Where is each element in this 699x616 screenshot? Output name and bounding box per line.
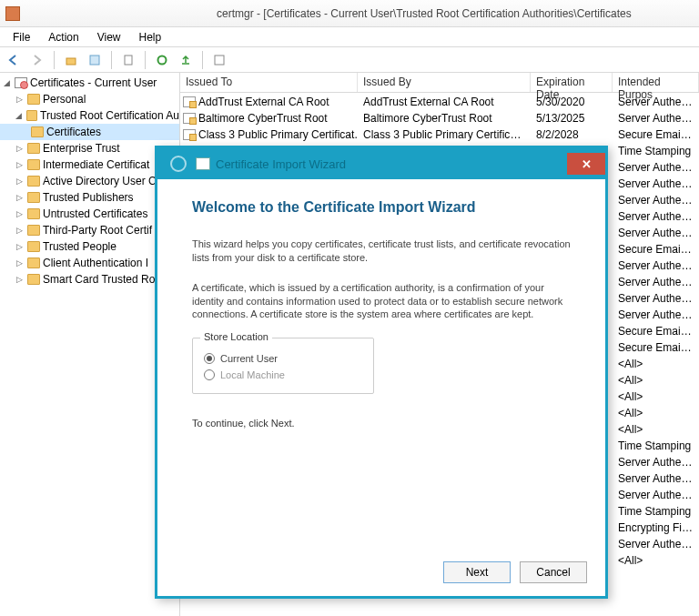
col-purpose[interactable]: Intended Purpos <box>613 73 699 92</box>
tree-item-personal[interactable]: ▷Personal <box>0 91 179 107</box>
svg-rect-4 <box>215 56 224 65</box>
folder-icon <box>27 94 40 105</box>
window-titlebar: certmgr - [Certificates - Current User\T… <box>0 0 699 27</box>
table-row[interactable]: AddTrust External CA RootAddTrust Extern… <box>180 94 699 110</box>
wizard-cert-icon <box>196 157 210 170</box>
tree-item-smartcard[interactable]: ▷Smart Card Trusted Ro <box>0 271 179 288</box>
store-location-group: Store Location Current User Local Machin… <box>192 338 374 394</box>
folder-icon <box>27 225 40 236</box>
app-icon <box>5 6 20 21</box>
menu-file[interactable]: File <box>5 29 37 45</box>
radio-current-user[interactable]: Current User <box>204 353 362 364</box>
refresh-button[interactable] <box>152 50 172 70</box>
wizard-title: Certificate Import Wizard <box>216 157 346 171</box>
toolbar <box>0 47 699 73</box>
tree-item-trusted-people[interactable]: ▷Trusted People <box>0 238 179 255</box>
folder-icon <box>27 258 40 268</box>
wizard-heading: Welcome to the Certificate Import Wizard <box>192 199 571 216</box>
folder-icon <box>27 241 40 252</box>
tree-item-enterprise[interactable]: ▷Enterprise Trust <box>0 140 179 157</box>
svg-rect-1 <box>90 56 99 65</box>
wizard-back-icon[interactable] <box>170 156 187 172</box>
table-row[interactable]: Class 3 Public Primary Certificat...Clas… <box>180 126 699 143</box>
cert-icon <box>183 96 196 107</box>
help-button[interactable] <box>209 50 229 70</box>
menu-help[interactable]: Help <box>132 29 169 45</box>
col-issued-to[interactable]: Issued To <box>180 73 358 92</box>
folder-icon <box>27 143 40 154</box>
folder-icon <box>27 159 40 170</box>
cert-store-icon <box>15 77 27 88</box>
svg-rect-2 <box>125 56 132 65</box>
svg-rect-0 <box>66 58 76 65</box>
folder-icon <box>27 274 40 285</box>
delete-button[interactable] <box>118 50 138 70</box>
back-button[interactable] <box>4 50 24 70</box>
tree-item-trusted-root[interactable]: ◢Trusted Root Certification Au <box>0 107 179 124</box>
chevron-down-icon[interactable]: ◢ <box>2 78 12 87</box>
forward-button[interactable] <box>27 50 47 70</box>
properties-button[interactable] <box>85 50 105 70</box>
menu-bar: File Action View Help <box>0 27 699 47</box>
tree-root-label: Certificates - Current User <box>30 76 157 89</box>
store-location-label: Store Location <box>200 331 272 342</box>
folder-icon <box>26 110 37 121</box>
tree-item-3rd-party[interactable]: ▷Third-Party Root Certif <box>0 222 179 238</box>
window-title: certmgr - [Certificates - Current User\T… <box>217 7 632 20</box>
tree-item-untrusted[interactable]: ▷Untrusted Certificates <box>0 206 179 222</box>
import-wizard-dialog: Certificate Import Wizard ✕ Welcome to t… <box>155 146 608 599</box>
cert-icon <box>183 129 196 140</box>
menu-action[interactable]: Action <box>41 29 86 45</box>
folder-icon <box>27 192 40 203</box>
export-button[interactable] <box>176 50 196 70</box>
list-header: Issued To Issued By Expiration Date Inte… <box>180 73 699 93</box>
table-row[interactable]: Baltimore CyberTrust RootBaltimore Cyber… <box>180 110 699 126</box>
tree-panel: ◢ Certificates - Current User ▷Personal … <box>0 73 180 616</box>
radio-local-machine[interactable]: Local Machine <box>204 369 362 380</box>
col-expiration[interactable]: Expiration Date <box>531 73 613 92</box>
chevron-right-icon[interactable]: ▷ <box>15 95 25 104</box>
cert-icon <box>183 113 196 124</box>
tree-item-client-auth[interactable]: ▷Client Authentication I <box>0 255 179 271</box>
folder-icon <box>27 208 40 219</box>
folder-icon <box>31 126 44 137</box>
tree-item-publishers[interactable]: ▷Trusted Publishers <box>0 189 179 206</box>
tree-item-intermediate[interactable]: ▷Intermediate Certificat <box>0 157 179 173</box>
menu-view[interactable]: View <box>90 29 128 45</box>
close-button[interactable]: ✕ <box>567 153 605 175</box>
tree-item-ad-user[interactable]: ▷Active Directory User C <box>0 173 179 189</box>
radio-icon <box>204 353 215 364</box>
chevron-down-icon[interactable]: ◢ <box>15 111 24 120</box>
up-button[interactable] <box>61 50 81 70</box>
folder-icon <box>27 176 40 187</box>
cancel-button[interactable]: Cancel <box>520 561 587 583</box>
svg-point-3 <box>158 56 167 64</box>
radio-icon <box>204 369 215 380</box>
next-button[interactable]: Next <box>443 561 511 583</box>
wizard-continue-text: To continue, click Next. <box>192 418 571 429</box>
wizard-titlebar: Certificate Import Wizard ✕ <box>157 148 605 179</box>
wizard-text-1: This wizard helps you copy certificates,… <box>192 237 571 265</box>
wizard-text-2: A certificate, which is issued by a cert… <box>192 281 571 322</box>
col-issued-by[interactable]: Issued By <box>358 73 531 92</box>
tree-root[interactable]: ◢ Certificates - Current User <box>0 75 179 91</box>
tree-item-certificates[interactable]: Certificates <box>0 124 179 140</box>
